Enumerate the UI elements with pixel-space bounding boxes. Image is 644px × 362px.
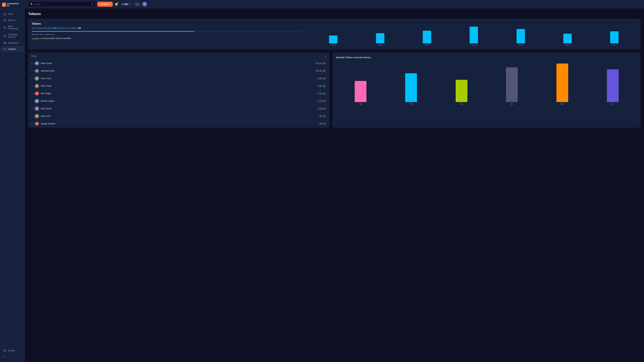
collapse-icon — [3, 356, 6, 358]
value-text: 342.532 — [316, 62, 322, 64]
table-row[interactable]: ▲ MK Michael Knight 2.265 ⚡ — [28, 97, 329, 105]
weekly-bar — [423, 31, 431, 43]
user-name: Sledge Hammer — [41, 122, 316, 125]
table-row[interactable]: ▲ WT Willie Tanner 342.532 ⚡ — [28, 60, 329, 67]
create-button[interactable]: + Create ▼ — [97, 2, 113, 7]
tokens-used: 598k — [53, 27, 57, 29]
monthly-bar-col: Apr — [488, 67, 536, 105]
weekly-bar — [329, 35, 338, 43]
value-icon: ⚡ — [323, 93, 325, 94]
search-icon: 🔍 — [30, 3, 33, 5]
page-title: Tokens — [28, 12, 641, 16]
monthly-bar — [506, 67, 518, 102]
monthly-bar — [456, 80, 468, 102]
users-table-card: TITLE ↻ ▲ WT Willie Tanner 342.532 ⚡ ▼ H… — [28, 53, 330, 128]
svg-text:S: S — [3, 3, 4, 6]
monthly-bar-label: Jan — [359, 103, 362, 105]
token-value: 342.532 ⚡ — [314, 62, 326, 65]
upgrade-link[interactable]: Upgrade — [32, 37, 39, 39]
value-text: 3.521 — [318, 85, 322, 87]
notifications-button[interactable]: 🔔 — [115, 2, 118, 6]
bar-chart-icon — [3, 48, 6, 50]
table-body: ▲ WT Willie Tanner 342.532 ⚡ ▼ HS Hannib… — [28, 60, 329, 127]
chevron-icon: ⌄ — [21, 4, 23, 6]
sidebar-item-settings[interactable]: Settings — [1, 348, 24, 354]
table-row[interactable]: ▲ AC April Curtis 894 ⚡ — [28, 112, 329, 120]
weekly-bar-label: Sep 29 — [518, 44, 523, 46]
weekly-bar-label: Sep 26 — [378, 44, 382, 46]
sidebar-item-workspaces[interactable]: Workspaces — [1, 40, 24, 46]
value-icon: ⚡ — [323, 123, 325, 125]
svg-rect-7 — [4, 43, 4, 44]
create-chevron-icon: ▼ — [109, 3, 110, 5]
table-row[interactable]: ▼ MT Mike Torello 3.521 ⚡ — [28, 82, 329, 90]
trend-icon: ▲ — [31, 62, 33, 64]
trend-icon: ▼ — [31, 85, 33, 87]
value-icon: ⚡ — [323, 62, 325, 64]
weekly-bar-label: Sep 27 — [425, 44, 430, 46]
sidebar-item-quick-commands[interactable]: Quick Commands — [1, 23, 24, 31]
value-icon: ⚡ — [323, 78, 325, 79]
sidebar-item-analytics[interactable]: Analytics — [1, 46, 24, 52]
token-info-icon: ? — [129, 3, 130, 5]
sidebar-item-home[interactable]: Home — [1, 11, 24, 17]
monthly-bar — [355, 81, 366, 102]
value-text: 332.642 — [316, 70, 322, 72]
user-name: Willie Tanner — [41, 62, 313, 64]
search-shortcut: / — [91, 3, 93, 5]
logo-area[interactable]: S STACKSPOT AI ⌄ — [0, 0, 25, 9]
user-name: Kate Tanner — [41, 107, 315, 110]
main-wrapper: 🔍 / + Create ▼ 🔔 960k ? Zup Z Tokens — [25, 0, 644, 362]
weekly-bar-label: Sep 25 — [331, 44, 336, 46]
weekly-bar-col: Sep 25 — [310, 35, 356, 46]
refresh-button[interactable]: ↻ — [324, 55, 326, 57]
weekly-bar-label: Sep 28 — [472, 44, 476, 46]
table-row[interactable]: ▲ CT Capt. Trunk 4.894 ⚡ — [28, 75, 329, 82]
monthly-chart-card: Monthly Tokens consume history Jan Feb M… — [333, 53, 641, 128]
user-avatar-small: MK — [35, 99, 39, 103]
trend-icon: ▲ — [31, 93, 33, 94]
weekly-bar-col: Sep 27 — [404, 31, 450, 46]
table-row[interactable]: ▼ KT Kate Tanner 2.185 ⚡ — [28, 105, 329, 112]
value-text: 2.265 — [318, 100, 322, 102]
tokens-left-panel: Tokens Your account has used 598k tokens… — [32, 22, 304, 46]
sidebar-nav: Home Stacks AI Quick Commands Knowledg — [0, 9, 25, 346]
table-row[interactable]: ▲ RW Rick Wright 2.341 ⚡ — [28, 90, 329, 97]
value-text: 2.185 — [318, 108, 322, 110]
header: 🔍 / + Create ▼ 🔔 960k ? Zup Z — [25, 0, 644, 8]
sidebar-item-stacks-ai[interactable]: Stacks AI — [1, 17, 24, 23]
token-value: 2.341 ⚡ — [316, 92, 326, 95]
value-text: 2.341 — [318, 92, 322, 94]
sidebar-item-knowledge-sources[interactable]: Knowledge Sources — [1, 32, 24, 40]
weekly-bar-label: Oct 1 — [613, 44, 616, 46]
tokens-desc-mid: tokens out of a total of — [57, 27, 78, 29]
user-avatar[interactable]: Z — [142, 2, 147, 6]
value-text: 894 — [320, 115, 322, 117]
monthly-bar-col: Jun — [588, 69, 637, 105]
table-row[interactable]: ▼ HS Hannibal Smith 332.642 ⚡ — [28, 67, 329, 75]
search-input[interactable] — [34, 3, 90, 5]
token-count-badge: 960k ? — [120, 2, 132, 6]
value-text: 4.894 — [318, 77, 322, 79]
token-value: 2.265 ⚡ — [316, 99, 326, 103]
monthly-bar-label: Apr — [511, 103, 513, 105]
monthly-bar — [556, 63, 568, 102]
monthly-bar-col: Mar — [437, 80, 486, 105]
sidebar-label-home: Home — [8, 13, 13, 15]
brand-name: STACKSPOT AI — [7, 3, 20, 7]
svg-rect-6 — [5, 43, 6, 44]
table-row[interactable]: ▲ SH Sledge Hammer 894 ⚡ — [28, 120, 329, 127]
notification-dot — [117, 2, 118, 3]
weekly-bar-col: Sep 26 — [358, 33, 403, 46]
user-avatar-small: WT — [35, 61, 39, 65]
weekly-bar-col: Oct 1 — [592, 31, 637, 46]
stackspot-logo-icon: S — [2, 2, 6, 7]
search-bar[interactable]: 🔍 / — [28, 2, 95, 6]
sidebar-label-knowledge-sources: Knowledge Sources — [8, 33, 21, 38]
zap-icon — [3, 26, 6, 29]
user-avatar-small: SH — [35, 121, 39, 126]
collapse-button[interactable] — [1, 354, 24, 360]
user-name: April Curtis — [41, 115, 316, 117]
zup-link[interactable]: Zup — [134, 2, 140, 6]
user-avatar-small: RW — [35, 91, 39, 96]
